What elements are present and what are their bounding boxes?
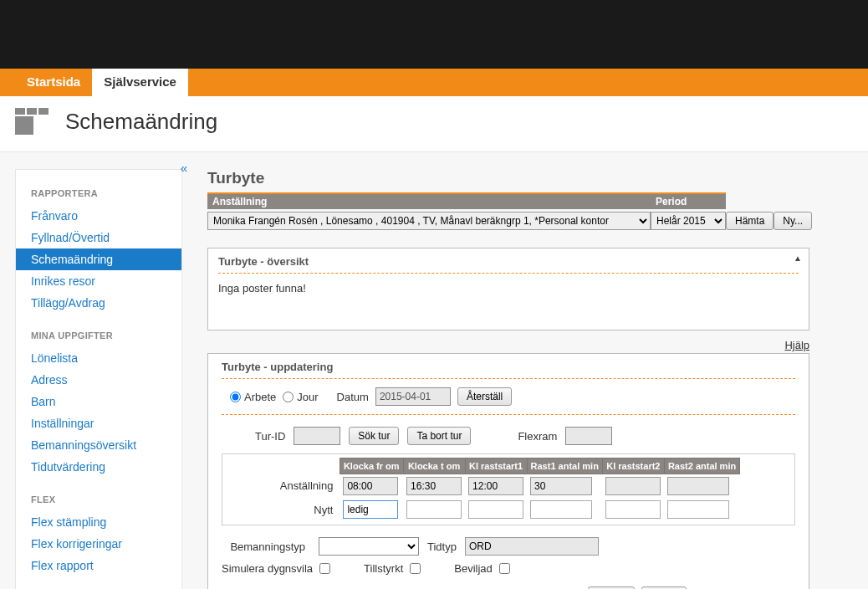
overview-collapse-icon[interactable]: ▲ — [794, 254, 802, 263]
title-row: Schemaändring — [0, 96, 868, 152]
nytt-klockatom[interactable] — [406, 500, 462, 519]
btyp-label: Bemanningstyp — [222, 540, 305, 553]
tillstyrkt-checkbox[interactable] — [410, 563, 421, 574]
tillstyrkt-label: Tillstyrkt — [364, 562, 403, 575]
sidebar-item-inrikes[interactable]: Inrikes resor — [16, 270, 181, 292]
sidebar-heading-flex: FLEX — [16, 489, 181, 511]
sidebar-item-adress[interactable]: Adress — [16, 369, 181, 391]
radio-arbete[interactable]: Arbete — [230, 391, 276, 403]
radio-arbete-label: Arbete — [244, 391, 276, 403]
grid-h-klockatom: Klocka t om — [403, 458, 465, 474]
nav-tab-sjalvservice[interactable]: Självservice — [92, 69, 188, 96]
sidebar-item-barn[interactable]: Barn — [16, 391, 181, 412]
beviljad-label: Beviljad — [454, 562, 493, 575]
overview-title: Turbyte - översikt — [218, 255, 799, 268]
period-select[interactable]: Helår 2015 — [651, 212, 726, 230]
grid-h-rast1start: Kl raststart1 — [465, 458, 527, 474]
module-icon — [15, 108, 49, 135]
flexram-field[interactable] — [565, 427, 612, 445]
simulera-checkbox[interactable] — [319, 563, 330, 574]
anst-rast2start — [605, 477, 661, 495]
sidebar-item-franvaro[interactable]: Frånvaro — [16, 205, 181, 227]
sidebar-item-flex-stampling[interactable]: Flex stämpling — [16, 511, 181, 533]
radio-jour[interactable]: Jour — [283, 391, 318, 403]
grid-h-rast2min: Rast2 antal min — [664, 458, 739, 474]
filter-table: Anställning Period Monika Frangén Rosén … — [207, 192, 812, 233]
anst-rast1min — [530, 477, 592, 495]
anst-rast1start — [468, 477, 523, 495]
filter-col-period: Period — [651, 193, 726, 209]
sidebar-item-bemanning[interactable]: Bemanningsöversikt — [16, 434, 181, 456]
beviljad-checkbox[interactable] — [499, 563, 510, 574]
ny-button[interactable]: Ny... — [774, 212, 812, 230]
overview-panel: ▲ Turbyte - översikt Inga poster funna! — [207, 248, 809, 330]
nav-tab-startsida[interactable]: Startsida — [15, 69, 92, 96]
nav-bar: Startsida Självservice — [0, 69, 868, 96]
turid-label: Tur-ID — [255, 430, 285, 443]
nytt-rast2start[interactable] — [605, 500, 661, 519]
radio-jour-input[interactable] — [283, 392, 294, 402]
nytt-rast1start[interactable] — [468, 500, 523, 519]
anst-rast2min — [667, 477, 729, 495]
page-title: Schemaändring — [65, 109, 217, 135]
datum-label: Datum — [337, 391, 369, 403]
main-heading: Turbyte — [207, 169, 809, 187]
overview-empty-text: Inga poster funna! — [218, 282, 799, 294]
time-grid: Klocka fr om Klocka t om Kl raststart1 R… — [277, 458, 740, 521]
grid-h-klockafrom: Klocka fr om — [340, 458, 403, 474]
filter-col-anst: Anställning — [207, 193, 651, 209]
anst-klockatom — [406, 477, 462, 495]
sidebar-item-lonelista[interactable]: Lönelista — [16, 347, 181, 369]
nytt-rast1min[interactable] — [530, 500, 592, 519]
flexram-label: Flexram — [518, 430, 557, 443]
btyp-select[interactable] — [319, 537, 419, 556]
sidebar-item-schemaandring[interactable]: Schemaändring — [16, 248, 181, 270]
sidebar-item-flex-rapport[interactable]: Flex rapport — [16, 555, 181, 576]
update-panel: Turbyte - uppdatering Arbete Jour Datum … — [207, 353, 809, 589]
grid-h-rast1min: Rast1 antal min — [527, 458, 602, 474]
sidebar-heading-rapportera: RAPPORTERA — [16, 183, 181, 205]
main-area: Turbyte Anställning Period Monika Frangé… — [207, 169, 809, 589]
simulera-label: Simulera dygnsvila — [222, 562, 313, 575]
sidebar: RAPPORTERA Frånvaro Fyllnad/Övertid Sche… — [15, 169, 182, 589]
sidebar-heading-mina: MINA UPPGIFTER — [16, 325, 181, 347]
sidebar-item-fyllnad[interactable]: Fyllnad/Övertid — [16, 227, 181, 248]
tabort-button[interactable]: Ta bort tur — [407, 427, 471, 445]
sidebar-item-flex-korr[interactable]: Flex korrigeringar — [16, 533, 181, 555]
sidebar-item-installningar[interactable]: Inställningar — [16, 412, 181, 434]
aterstall-button[interactable]: Återställ — [457, 387, 512, 406]
grid-row-nytt-label: Nytt — [277, 498, 340, 521]
grid-h-rast2start: Kl raststart2 — [602, 458, 664, 474]
grid-row-anst-label: Anställning — [277, 474, 340, 499]
sidebar-collapse-icon[interactable]: « — [181, 161, 187, 175]
tidtyp-field[interactable] — [465, 537, 599, 556]
update-title: Turbyte - uppdatering — [222, 361, 795, 373]
nytt-rast2min[interactable] — [667, 500, 729, 519]
sidebar-item-tidutvardering[interactable]: Tidutvärdering — [16, 456, 181, 478]
anstallning-select[interactable]: Monika Frangén Rosén , Lönesamo , 401904… — [207, 212, 651, 230]
tidtyp-label: Tidtyp — [427, 540, 457, 553]
hamta-button[interactable]: Hämta — [726, 212, 774, 230]
radio-arbete-input[interactable] — [230, 392, 241, 402]
help-link[interactable]: Hjälp — [207, 339, 809, 351]
radio-jour-label: Jour — [297, 391, 318, 403]
anst-klockafrom — [343, 477, 398, 495]
soktur-button[interactable]: Sök tur — [349, 427, 399, 445]
top-banner — [0, 0, 868, 69]
turid-field[interactable] — [294, 427, 340, 445]
datum-field[interactable] — [375, 387, 451, 406]
nytt-klockafrom[interactable] — [343, 500, 398, 519]
sidebar-item-tillagg[interactable]: Tillägg/Avdrag — [16, 292, 181, 314]
